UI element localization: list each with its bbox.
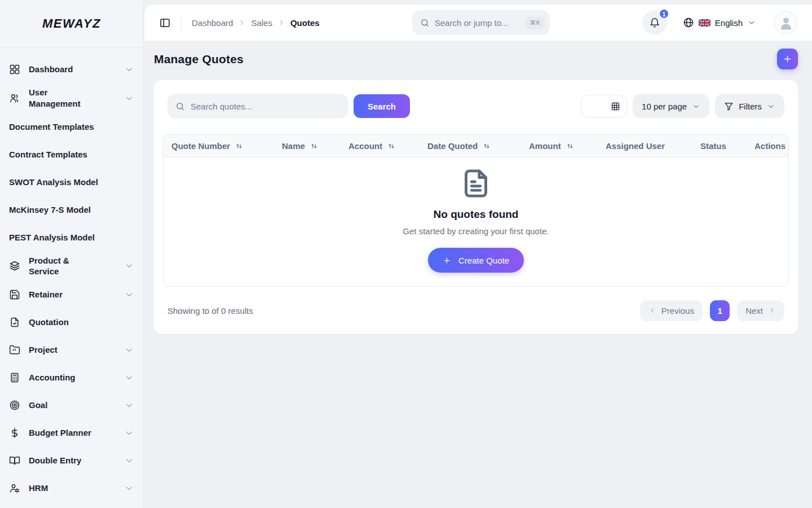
create-quote-button[interactable]: Create Quote bbox=[428, 248, 524, 273]
sort-icon[interactable] bbox=[235, 142, 244, 151]
quotes-search-input[interactable] bbox=[191, 102, 340, 111]
view-toggle bbox=[581, 95, 627, 117]
sidebar-item-user-management[interactable]: User Management bbox=[9, 87, 134, 110]
global-search[interactable]: ⌘K bbox=[412, 10, 550, 35]
sidebar-item-dashboard[interactable]: Dashboard bbox=[9, 59, 134, 80]
breadcrumb-dashboard[interactable]: Dashboard bbox=[192, 18, 233, 28]
previous-page-button[interactable]: Previous bbox=[640, 300, 703, 321]
sidebar-item-pest-analysis[interactable]: PEST Analysis Model bbox=[9, 227, 134, 248]
sidebar-item-label: Budget Planner bbox=[29, 427, 91, 439]
sidebar-item-contract-templates[interactable]: Contract Templates bbox=[9, 144, 134, 165]
keyboard-shortcut-badge: ⌘K bbox=[525, 16, 545, 29]
column-header-account[interactable]: Account bbox=[341, 141, 420, 151]
sort-icon[interactable] bbox=[387, 142, 396, 151]
sidebar-item-mckinsey-7s[interactable]: McKinsey 7-S Model bbox=[9, 200, 134, 220]
list-view-button[interactable] bbox=[581, 95, 604, 117]
sidebar-item-label: Document Templates bbox=[9, 121, 94, 133]
sort-icon[interactable] bbox=[482, 142, 491, 151]
sort-icon[interactable] bbox=[310, 142, 319, 151]
sidebar-item-label: PEST Analysis Model bbox=[9, 232, 95, 243]
table-footer: Showing to of 0 results Previous 1 Next bbox=[154, 287, 798, 334]
sidebar-toggle-button[interactable] bbox=[159, 17, 171, 29]
sidebar-item-product-service[interactable]: Product & Service bbox=[9, 255, 134, 278]
book-open-icon bbox=[9, 455, 20, 466]
column-header-date-quoted[interactable]: Date Quoted bbox=[420, 141, 521, 151]
user-avatar[interactable] bbox=[774, 11, 797, 34]
brand-logo-text: MEWAYZ bbox=[42, 16, 101, 31]
plus-icon bbox=[783, 54, 792, 64]
sidebar-item-project[interactable]: Project bbox=[9, 340, 134, 360]
sidebar-item-accounting[interactable]: Accounting bbox=[9, 367, 134, 388]
column-header-quote-number[interactable]: Quote Number bbox=[164, 141, 274, 151]
calculator-icon bbox=[9, 372, 20, 383]
per-page-select[interactable]: 10 per page bbox=[633, 94, 709, 118]
sidebar-item-document-templates[interactable]: Document Templates bbox=[9, 117, 134, 137]
chevron-down-icon bbox=[124, 400, 134, 410]
sidebar-item-label: Contract Templates bbox=[9, 149, 87, 160]
column-header-amount[interactable]: Amount bbox=[521, 141, 598, 151]
dashboard-grid-icon bbox=[9, 64, 20, 75]
search-icon bbox=[175, 102, 185, 111]
main-area: Dashboard Sales Quotes ⌘K 1 bbox=[144, 0, 812, 508]
sort-icon[interactable] bbox=[566, 142, 575, 151]
quotes-card: Search 10 per page Filters bbox=[154, 80, 798, 334]
sidebar-item-label: Goal bbox=[29, 400, 47, 411]
chevron-down-icon bbox=[124, 456, 134, 466]
sidebar: MEWAYZ Dashboard User Management Documen… bbox=[0, 0, 144, 508]
sidebar-item-quotation[interactable]: Quotation bbox=[9, 312, 134, 332]
language-label: English bbox=[715, 18, 743, 28]
sidebar-item-label: Product & Service bbox=[29, 255, 94, 278]
chevron-down-icon bbox=[124, 373, 134, 383]
document-icon bbox=[460, 168, 492, 199]
sidebar-item-label: McKinsey 7-S Model bbox=[9, 204, 91, 216]
sidebar-item-label: HRM bbox=[29, 483, 48, 494]
add-quote-button[interactable] bbox=[777, 49, 798, 69]
filters-label: Filters bbox=[739, 102, 762, 111]
plus-icon bbox=[443, 256, 451, 265]
page-number-button[interactable]: 1 bbox=[710, 300, 730, 321]
next-page-button[interactable]: Next bbox=[737, 300, 784, 321]
column-header-actions: Actions bbox=[747, 141, 788, 151]
sidebar-item-hrm[interactable]: HRM bbox=[9, 478, 134, 498]
filters-button[interactable]: Filters bbox=[715, 94, 784, 118]
page-content: Manage Quotes Search bbox=[144, 41, 812, 508]
breadcrumb-sales[interactable]: Sales bbox=[251, 18, 272, 28]
header-divider bbox=[181, 16, 182, 29]
language-selector[interactable]: English bbox=[683, 17, 756, 28]
quotes-search[interactable] bbox=[167, 94, 348, 119]
chevron-down-icon bbox=[747, 18, 756, 27]
quotes-table: Quote Number Name Account Date Quoted bbox=[163, 134, 789, 287]
sidebar-item-budget-planner[interactable]: Budget Planner bbox=[9, 423, 134, 443]
bell-icon bbox=[649, 17, 660, 28]
save-icon bbox=[9, 289, 20, 300]
global-search-input[interactable] bbox=[435, 18, 520, 28]
users-icon bbox=[9, 93, 20, 104]
chevron-down-icon bbox=[124, 64, 134, 75]
grid-view-button[interactable] bbox=[604, 95, 626, 117]
sidebar-item-goal[interactable]: Goal bbox=[9, 395, 134, 415]
search-button[interactable]: Search bbox=[354, 94, 410, 118]
sidebar-item-label: Project bbox=[29, 344, 58, 356]
globe-icon bbox=[683, 17, 694, 28]
brand-logo: MEWAYZ bbox=[0, 0, 143, 48]
chevron-down-icon bbox=[124, 261, 134, 271]
quotes-toolbar: Search 10 per page Filters bbox=[154, 80, 798, 119]
chevron-left-icon bbox=[648, 306, 656, 314]
top-header: Dashboard Sales Quotes ⌘K 1 bbox=[144, 5, 812, 41]
sidebar-item-double-entry[interactable]: Double Entry bbox=[9, 450, 134, 471]
sidebar-item-retainer[interactable]: Retainer bbox=[9, 284, 134, 305]
list-icon bbox=[588, 102, 598, 111]
uk-flag-icon bbox=[699, 19, 710, 27]
sidebar-item-swot-analysis[interactable]: SWOT Analysis Model bbox=[9, 172, 134, 192]
column-header-name[interactable]: Name bbox=[274, 141, 341, 151]
sidebar-item-label: Quotation bbox=[29, 317, 69, 328]
chevron-right-icon bbox=[277, 19, 285, 27]
sidebar-item-label: Retainer bbox=[29, 289, 63, 300]
dollar-icon bbox=[9, 427, 20, 439]
chevron-down-icon bbox=[767, 102, 775, 111]
sidebar-nav: Dashboard User Management Document Templ… bbox=[0, 48, 143, 498]
column-header-assigned-user: Assigned User bbox=[598, 141, 692, 151]
layers-icon bbox=[9, 260, 20, 271]
notifications-button[interactable]: 1 bbox=[642, 10, 667, 35]
chevron-down-icon bbox=[124, 483, 134, 493]
